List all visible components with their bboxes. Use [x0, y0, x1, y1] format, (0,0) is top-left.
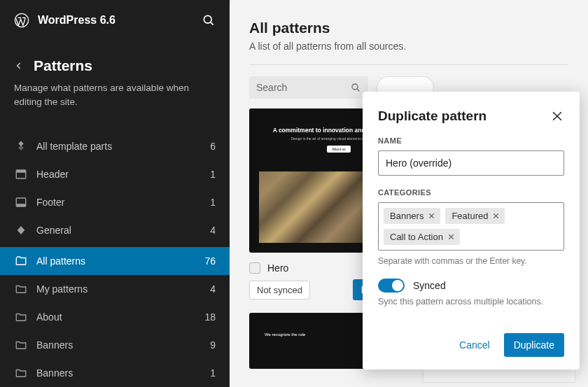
- sidebar-item-banners[interactable]: Banners 9: [0, 331, 230, 359]
- folder-icon: [14, 282, 28, 296]
- page-title: Patterns: [34, 57, 92, 74]
- diamond-icon: [14, 223, 28, 237]
- search-placeholder: Search: [256, 82, 350, 93]
- preview-cta: About us: [327, 146, 351, 153]
- folder-icon: [14, 338, 28, 352]
- nav-count: 6: [210, 141, 216, 152]
- folder-open-icon: [14, 254, 28, 268]
- category-tag: Featured: [445, 208, 505, 224]
- svg-point-1: [204, 15, 211, 23]
- nav-label: General: [36, 225, 210, 236]
- nav-count: 4: [210, 283, 216, 295]
- search-icon[interactable]: [202, 13, 216, 27]
- close-icon[interactable]: [550, 109, 564, 123]
- categories-input[interactable]: Banners Featured Call to Action: [378, 202, 564, 251]
- categories-field-label: CATEGORIES: [378, 188, 564, 197]
- categories-hint: Separate with commas or the Enter key.: [378, 256, 564, 266]
- sidebar-item-general[interactable]: General 4: [0, 216, 230, 244]
- content-subtitle: A list of all patterns from all sources.: [249, 41, 568, 52]
- svg-rect-3: [16, 170, 26, 173]
- tag-label: Featured: [451, 211, 488, 221]
- synced-label: Synced: [413, 280, 446, 291]
- nav-template-parts: All template parts 6 Header 1 Footer 1 G…: [0, 132, 230, 244]
- header-icon: [14, 167, 28, 181]
- sidebar-item-all-patterns[interactable]: All patterns 76: [0, 247, 230, 275]
- diamond-stack-icon: [14, 139, 28, 153]
- nav-label: All patterns: [36, 255, 204, 267]
- chevron-left-icon[interactable]: [14, 61, 24, 71]
- nav-count: 76: [204, 255, 216, 267]
- duplicate-pattern-modal: Duplicate pattern NAME CATEGORIES Banner…: [363, 92, 580, 370]
- remove-tag-icon[interactable]: [492, 212, 500, 220]
- sidebar-description: Manage what patterns are available when …: [14, 81, 216, 110]
- sidebar-heading-area: Patterns Manage what patterns are availa…: [0, 38, 230, 117]
- sidebar: WordPress 6.6 Patterns Manage what patte…: [0, 0, 230, 387]
- divider: [249, 64, 568, 65]
- nav-label: Header: [36, 169, 210, 180]
- app-header: WordPress 6.6: [0, 0, 230, 38]
- content-title: All patterns: [249, 20, 568, 36]
- pattern-checkbox[interactable]: [249, 262, 260, 274]
- search-input[interactable]: Search: [249, 76, 368, 99]
- sidebar-item-banners-2[interactable]: Banners 1: [0, 359, 230, 387]
- category-tag: Banners: [384, 208, 440, 224]
- folder-icon: [14, 366, 28, 380]
- nav-count: 1: [210, 197, 216, 208]
- remove-tag-icon[interactable]: [428, 212, 435, 220]
- nav-label: Banners: [36, 339, 210, 351]
- nav-count: 4: [210, 225, 216, 236]
- sidebar-item-header[interactable]: Header 1: [0, 160, 230, 188]
- pattern-title: Hero: [267, 262, 288, 274]
- category-tag: Call to Action: [384, 229, 460, 245]
- nav-count: 1: [210, 367, 216, 379]
- wordpress-logo-icon: [14, 13, 29, 28]
- svg-point-6: [352, 84, 358, 90]
- sync-status-badge[interactable]: Not synced: [249, 281, 310, 300]
- search-icon: [350, 82, 361, 93]
- name-input[interactable]: [378, 150, 564, 176]
- sidebar-item-my-patterns[interactable]: My patterns 4: [0, 275, 230, 303]
- duplicate-button[interactable]: Duplicate: [504, 333, 564, 357]
- main-content: All patterns A list of all patterns from…: [230, 0, 588, 387]
- nav-pattern-folders: All patterns 76 My patterns 4 About 18 B…: [0, 247, 230, 387]
- svg-rect-5: [16, 204, 26, 206]
- folder-icon: [14, 310, 28, 324]
- preview-text: We recognize the role: [265, 332, 305, 337]
- name-field-label: NAME: [378, 136, 564, 145]
- footer-icon: [14, 195, 28, 209]
- cancel-button[interactable]: Cancel: [451, 333, 498, 357]
- synced-description: Sync this pattern across multiple locati…: [378, 297, 564, 307]
- sidebar-item-footer[interactable]: Footer 1: [0, 188, 230, 216]
- sidebar-item-all-template-parts[interactable]: All template parts 6: [0, 132, 230, 160]
- nav-label: About: [36, 311, 204, 323]
- nav-count: 1: [210, 169, 216, 180]
- nav-count: 9: [210, 339, 216, 351]
- modal-title: Duplicate pattern: [378, 108, 550, 124]
- tag-label: Banners: [390, 211, 424, 221]
- synced-toggle[interactable]: [378, 279, 405, 293]
- app-title: WordPress 6.6: [38, 14, 202, 27]
- remove-tag-icon[interactable]: [447, 233, 455, 241]
- nav-count: 18: [204, 311, 216, 323]
- nav-label: Footer: [36, 197, 210, 208]
- nav-label: Banners: [36, 367, 210, 379]
- tag-label: Call to Action: [390, 232, 443, 242]
- nav-label: All template parts: [36, 141, 210, 152]
- nav-label: My patterns: [36, 283, 210, 295]
- sidebar-item-about[interactable]: About 18: [0, 303, 230, 331]
